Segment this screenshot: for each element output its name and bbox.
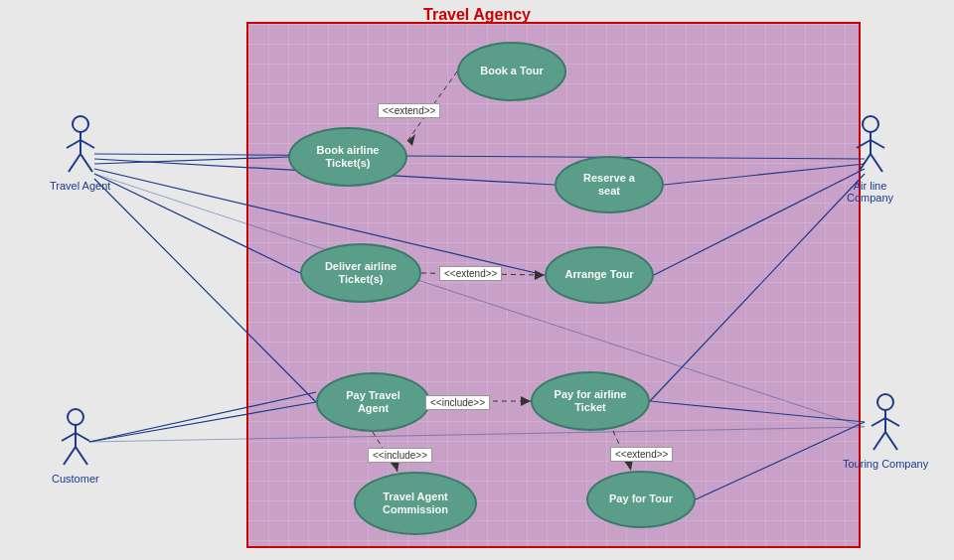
svg-line-47 bbox=[874, 432, 885, 450]
actor-customer: Customer bbox=[52, 407, 99, 485]
svg-line-42 bbox=[871, 154, 882, 172]
svg-point-25 bbox=[73, 116, 88, 132]
svg-line-29 bbox=[69, 154, 80, 172]
airline-company-label: Air lineCompany bbox=[847, 180, 893, 204]
svg-line-46 bbox=[885, 418, 899, 426]
svg-point-31 bbox=[68, 409, 83, 425]
svg-line-28 bbox=[80, 140, 94, 148]
diagram-container: Travel Agency bbox=[0, 0, 954, 560]
include-label-2: <<include>> bbox=[368, 448, 432, 463]
use-case-pay-airline-ticket: Pay for airlineTicket bbox=[531, 371, 650, 431]
extend-label-1: <<extend>> bbox=[378, 103, 440, 118]
extend-label-2: <<extend>> bbox=[439, 266, 502, 281]
use-case-pay-travel-agent: Pay TravelAgent bbox=[316, 372, 430, 432]
svg-line-36 bbox=[76, 447, 87, 465]
svg-line-40 bbox=[871, 140, 884, 148]
use-case-deliver-airline: Deliver airlineTicket(s) bbox=[300, 243, 421, 303]
svg-line-39 bbox=[857, 140, 871, 148]
use-case-travel-agent-commission: Travel AgentCommission bbox=[354, 472, 477, 535]
use-case-arrange-tour: Arrange Tour bbox=[545, 246, 654, 304]
extend-label-3: <<extend>> bbox=[610, 447, 673, 462]
touring-company-figure bbox=[868, 392, 903, 454]
actor-airline-company: Air lineCompany bbox=[847, 114, 893, 204]
use-case-reserve-seat: Reserve aseat bbox=[555, 156, 664, 213]
actor-touring-company: Touring Company bbox=[843, 392, 928, 470]
svg-line-48 bbox=[885, 432, 897, 450]
customer-figure bbox=[58, 407, 93, 469]
svg-line-41 bbox=[859, 154, 871, 172]
svg-line-27 bbox=[67, 140, 80, 148]
svg-line-35 bbox=[64, 447, 76, 465]
customer-label: Customer bbox=[52, 473, 99, 485]
use-case-book-airline: Book airlineTicket(s) bbox=[288, 127, 407, 187]
svg-line-34 bbox=[76, 433, 89, 441]
svg-line-45 bbox=[872, 418, 885, 426]
use-case-book-tour: Book a Tour bbox=[457, 42, 566, 101]
touring-company-label: Touring Company bbox=[843, 458, 928, 470]
airline-company-figure bbox=[853, 114, 888, 176]
svg-line-30 bbox=[80, 154, 92, 172]
svg-point-37 bbox=[863, 116, 878, 132]
travel-agent-label: Travel Agent bbox=[50, 180, 110, 192]
svg-point-43 bbox=[877, 394, 893, 410]
actor-travel-agent: Travel Agent bbox=[50, 114, 110, 192]
use-case-pay-for-tour: Pay for Tour bbox=[586, 471, 696, 528]
travel-agent-figure bbox=[63, 114, 98, 176]
svg-line-33 bbox=[62, 433, 76, 441]
include-label-1: <<include>> bbox=[425, 395, 490, 410]
